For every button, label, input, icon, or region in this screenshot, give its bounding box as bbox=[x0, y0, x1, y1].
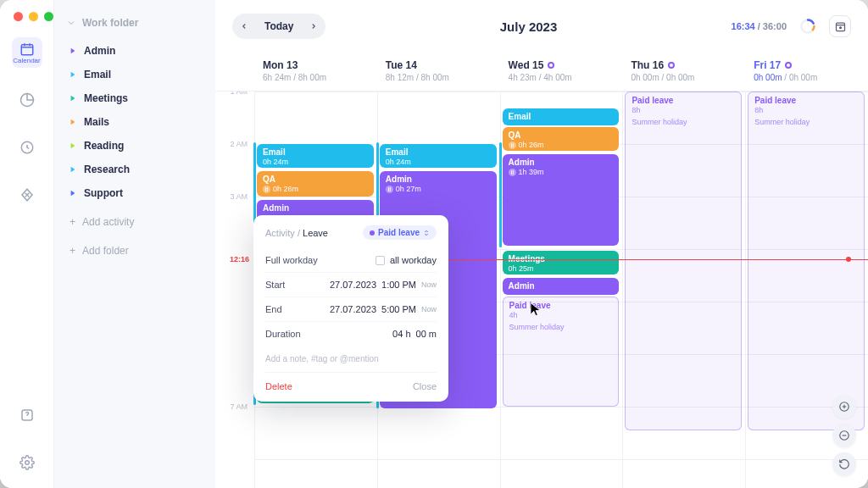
prev-button[interactable] bbox=[232, 14, 256, 38]
sidebar-activity[interactable]: Mails bbox=[66, 110, 203, 134]
sidebar-activity[interactable]: Research bbox=[66, 158, 203, 181]
popup-tab-leave[interactable]: Leave bbox=[303, 228, 328, 238]
rail-help[interactable] bbox=[12, 400, 42, 430]
sidebar: Work folder AdminEmailMeetingsMailsReadi… bbox=[54, 0, 215, 488]
calendar-event[interactable]: Email bbox=[503, 108, 620, 125]
day-tracked: 0h 00m bbox=[631, 73, 659, 82]
day-target: / 8h 00m bbox=[291, 73, 326, 82]
rail-sync[interactable] bbox=[12, 180, 42, 210]
rail-reports[interactable] bbox=[12, 85, 42, 115]
calendar-event[interactable]: Paid leave8hSummer holiday bbox=[625, 92, 742, 430]
start-label: Start bbox=[265, 280, 285, 290]
activity-label: Support bbox=[84, 187, 123, 199]
start-time[interactable]: 1:00 PM bbox=[381, 280, 416, 290]
duration-hours[interactable]: 04 h bbox=[392, 329, 410, 339]
day-header[interactable]: Wed 154h 23m / 4h 00m bbox=[500, 53, 623, 91]
activity-label: Meetings bbox=[84, 92, 128, 104]
sidebar-activity[interactable]: Reading bbox=[66, 134, 203, 158]
add-folder-button[interactable]: + Add folder bbox=[66, 239, 203, 263]
duration-minutes[interactable]: 00 m bbox=[416, 329, 437, 339]
nav-rail: Calendar bbox=[0, 0, 54, 488]
hour-label: 3 AM bbox=[230, 192, 248, 201]
triangle-icon bbox=[70, 71, 76, 78]
traffic-lights bbox=[14, 12, 53, 21]
svg-point-3 bbox=[25, 461, 29, 465]
calendar-event[interactable]: QA⏸0h 26m bbox=[257, 171, 374, 197]
pause-icon: ⏸ bbox=[386, 186, 393, 193]
rail-settings[interactable] bbox=[12, 447, 42, 478]
calendar-small-icon bbox=[834, 20, 847, 33]
progress-indicator[interactable] bbox=[797, 15, 819, 37]
dot-icon bbox=[370, 230, 375, 236]
leave-dot-icon bbox=[548, 62, 554, 69]
minus-circle-icon bbox=[838, 430, 850, 441]
calendar-event[interactable]: QA⏸0h 26m bbox=[503, 127, 620, 151]
gear-icon bbox=[19, 455, 35, 470]
day-header[interactable]: Fri 170h 00m / 0h 00m bbox=[745, 53, 868, 91]
event-duration: 0h 24m bbox=[263, 158, 368, 166]
allday-checkbox[interactable] bbox=[376, 256, 385, 265]
triangle-icon bbox=[70, 142, 76, 149]
day-header[interactable]: Mon 136h 24m / 8h 00m bbox=[254, 53, 377, 91]
event-duration: ⏸0h 26m bbox=[263, 185, 368, 193]
end-now-link[interactable]: Now bbox=[421, 305, 437, 313]
event-title: Email bbox=[509, 112, 614, 121]
popup-tabs[interactable]: Activity / Leave bbox=[265, 228, 328, 238]
event-title: Admin bbox=[386, 175, 491, 184]
hour-label: 2 AM bbox=[230, 140, 248, 148]
close-window-icon[interactable] bbox=[14, 12, 23, 21]
note-input[interactable]: Add a note, #tag or @mention bbox=[265, 346, 437, 373]
activity-label: Mails bbox=[84, 116, 109, 128]
plus-icon: + bbox=[70, 245, 75, 257]
day-label: Wed 15 bbox=[509, 59, 544, 71]
help-icon bbox=[19, 408, 35, 423]
calendar-event[interactable]: Admin⏸1h 39m bbox=[503, 154, 620, 246]
minimize-window-icon[interactable] bbox=[29, 12, 38, 21]
next-button[interactable] bbox=[302, 14, 326, 38]
day-column[interactable]: Paid leave8hSummer holiday bbox=[622, 92, 745, 488]
day-header[interactable]: Tue 148h 12m / 8h 00m bbox=[377, 53, 500, 91]
fullday-label: Full workday bbox=[265, 255, 318, 265]
reset-icon bbox=[838, 458, 850, 470]
calendar-event[interactable]: Paid leave4hSummer holiday bbox=[503, 297, 620, 407]
calendar-event[interactable]: Meetings0h 25m bbox=[503, 251, 620, 274]
calendar-event[interactable]: Admin bbox=[503, 278, 620, 295]
day-track-bar bbox=[499, 142, 502, 247]
event-duration: ⏸0h 27m bbox=[386, 185, 491, 193]
rail-calendar[interactable]: Calendar bbox=[12, 37, 42, 68]
zoom-reset-button[interactable] bbox=[832, 452, 856, 476]
popup-tab-activity[interactable]: Activity bbox=[265, 228, 295, 238]
sidebar-activity[interactable]: Meetings bbox=[66, 86, 203, 110]
start-date[interactable]: 27.07.2023 bbox=[330, 280, 376, 290]
triangle-icon bbox=[70, 166, 76, 173]
rail-timers[interactable] bbox=[12, 132, 42, 163]
start-now-link[interactable]: Now bbox=[421, 280, 437, 289]
end-date[interactable]: 27.07.2023 bbox=[330, 304, 376, 314]
sidebar-activity[interactable]: Support bbox=[66, 181, 203, 205]
chevron-down-icon bbox=[66, 18, 76, 28]
delete-button[interactable]: Delete bbox=[265, 381, 292, 391]
today-button[interactable]: Today bbox=[256, 15, 302, 37]
tracked-time: 16:34 bbox=[732, 21, 755, 31]
now-time-label: 12:16 bbox=[230, 255, 249, 263]
maximize-window-icon[interactable] bbox=[44, 12, 53, 21]
plus-icon: + bbox=[70, 216, 75, 228]
allday-label: all workday bbox=[390, 255, 437, 265]
close-button[interactable]: Close bbox=[413, 381, 437, 391]
event-title: Paid leave bbox=[754, 96, 858, 105]
day-header[interactable]: Thu 160h 00m / 0h 00m bbox=[622, 53, 745, 91]
calendar-event[interactable]: Email0h 24m bbox=[257, 144, 374, 168]
end-time[interactable]: 5:00 PM bbox=[381, 304, 416, 314]
calendar-event[interactable]: Email0h 24m bbox=[380, 144, 497, 168]
triangle-icon bbox=[70, 47, 76, 54]
leave-type-tag[interactable]: Paid leave bbox=[363, 225, 437, 240]
day-column[interactable]: EmailQA⏸0h 26mAdmin⏸1h 39mMeetings0h 25m… bbox=[500, 92, 623, 488]
main-area: Today July 2023 16:34 / 36:00 bbox=[215, 0, 868, 488]
zoom-in-button[interactable] bbox=[832, 395, 856, 419]
calendar-view-button[interactable] bbox=[829, 15, 851, 37]
folder-header[interactable]: Work folder bbox=[66, 17, 203, 29]
sidebar-activity[interactable]: Email bbox=[66, 63, 203, 86]
sidebar-activity[interactable]: Admin bbox=[66, 39, 203, 63]
zoom-out-button[interactable] bbox=[832, 424, 856, 447]
add-activity-button[interactable]: + Add activity bbox=[66, 210, 203, 234]
